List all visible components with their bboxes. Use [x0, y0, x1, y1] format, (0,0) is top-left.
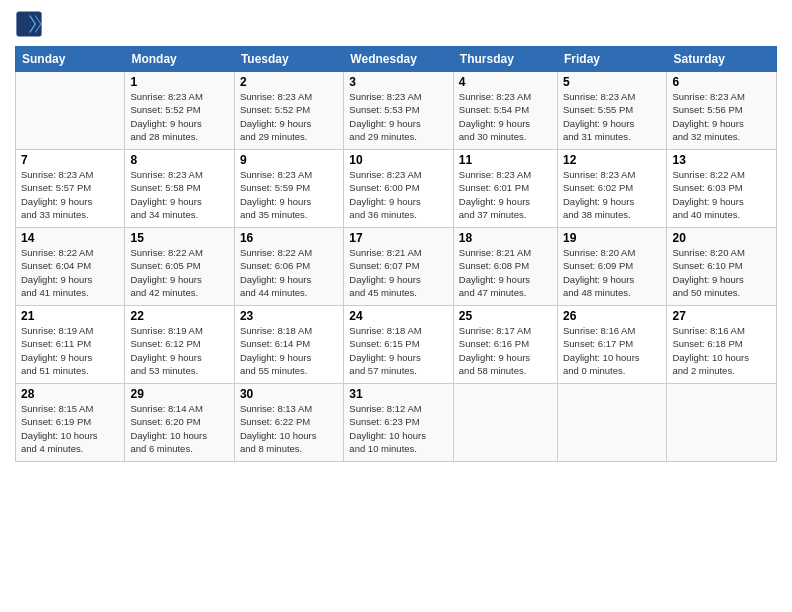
- col-header-sunday: Sunday: [16, 47, 125, 72]
- day-info: Sunrise: 8:23 AM Sunset: 5:57 PM Dayligh…: [21, 168, 119, 221]
- day-info: Sunrise: 8:19 AM Sunset: 6:11 PM Dayligh…: [21, 324, 119, 377]
- day-cell: 29Sunrise: 8:14 AM Sunset: 6:20 PM Dayli…: [125, 384, 234, 462]
- day-cell: 25Sunrise: 8:17 AM Sunset: 6:16 PM Dayli…: [453, 306, 557, 384]
- col-header-monday: Monday: [125, 47, 234, 72]
- day-cell: [16, 72, 125, 150]
- day-info: Sunrise: 8:15 AM Sunset: 6:19 PM Dayligh…: [21, 402, 119, 455]
- day-number: 2: [240, 75, 338, 89]
- day-cell: 5Sunrise: 8:23 AM Sunset: 5:55 PM Daylig…: [558, 72, 667, 150]
- week-row-2: 7Sunrise: 8:23 AM Sunset: 5:57 PM Daylig…: [16, 150, 777, 228]
- day-info: Sunrise: 8:23 AM Sunset: 5:54 PM Dayligh…: [459, 90, 552, 143]
- day-info: Sunrise: 8:23 AM Sunset: 5:56 PM Dayligh…: [672, 90, 771, 143]
- day-info: Sunrise: 8:23 AM Sunset: 5:59 PM Dayligh…: [240, 168, 338, 221]
- svg-rect-0: [16, 11, 41, 36]
- day-cell: 24Sunrise: 8:18 AM Sunset: 6:15 PM Dayli…: [344, 306, 453, 384]
- day-info: Sunrise: 8:22 AM Sunset: 6:03 PM Dayligh…: [672, 168, 771, 221]
- col-header-tuesday: Tuesday: [234, 47, 343, 72]
- day-number: 9: [240, 153, 338, 167]
- col-header-thursday: Thursday: [453, 47, 557, 72]
- day-number: 24: [349, 309, 447, 323]
- day-number: 7: [21, 153, 119, 167]
- day-number: 19: [563, 231, 661, 245]
- day-cell: 16Sunrise: 8:22 AM Sunset: 6:06 PM Dayli…: [234, 228, 343, 306]
- day-number: 18: [459, 231, 552, 245]
- day-number: 21: [21, 309, 119, 323]
- day-number: 10: [349, 153, 447, 167]
- week-row-5: 28Sunrise: 8:15 AM Sunset: 6:19 PM Dayli…: [16, 384, 777, 462]
- day-number: 16: [240, 231, 338, 245]
- day-number: 15: [130, 231, 228, 245]
- day-cell: [558, 384, 667, 462]
- day-cell: 27Sunrise: 8:16 AM Sunset: 6:18 PM Dayli…: [667, 306, 777, 384]
- day-cell: 19Sunrise: 8:20 AM Sunset: 6:09 PM Dayli…: [558, 228, 667, 306]
- day-cell: 6Sunrise: 8:23 AM Sunset: 5:56 PM Daylig…: [667, 72, 777, 150]
- day-number: 4: [459, 75, 552, 89]
- day-number: 28: [21, 387, 119, 401]
- day-cell: 17Sunrise: 8:21 AM Sunset: 6:07 PM Dayli…: [344, 228, 453, 306]
- day-number: 13: [672, 153, 771, 167]
- day-number: 5: [563, 75, 661, 89]
- day-info: Sunrise: 8:20 AM Sunset: 6:09 PM Dayligh…: [563, 246, 661, 299]
- day-info: Sunrise: 8:23 AM Sunset: 6:00 PM Dayligh…: [349, 168, 447, 221]
- day-info: Sunrise: 8:18 AM Sunset: 6:14 PM Dayligh…: [240, 324, 338, 377]
- day-info: Sunrise: 8:22 AM Sunset: 6:05 PM Dayligh…: [130, 246, 228, 299]
- day-number: 8: [130, 153, 228, 167]
- day-number: 20: [672, 231, 771, 245]
- day-number: 31: [349, 387, 447, 401]
- day-number: 26: [563, 309, 661, 323]
- col-header-saturday: Saturday: [667, 47, 777, 72]
- day-cell: 31Sunrise: 8:12 AM Sunset: 6:23 PM Dayli…: [344, 384, 453, 462]
- day-cell: [667, 384, 777, 462]
- day-info: Sunrise: 8:12 AM Sunset: 6:23 PM Dayligh…: [349, 402, 447, 455]
- day-number: 3: [349, 75, 447, 89]
- day-cell: 4Sunrise: 8:23 AM Sunset: 5:54 PM Daylig…: [453, 72, 557, 150]
- day-info: Sunrise: 8:23 AM Sunset: 5:58 PM Dayligh…: [130, 168, 228, 221]
- day-number: 22: [130, 309, 228, 323]
- day-info: Sunrise: 8:23 AM Sunset: 6:01 PM Dayligh…: [459, 168, 552, 221]
- header: [15, 10, 777, 38]
- day-cell: 30Sunrise: 8:13 AM Sunset: 6:22 PM Dayli…: [234, 384, 343, 462]
- day-number: 27: [672, 309, 771, 323]
- day-info: Sunrise: 8:21 AM Sunset: 6:07 PM Dayligh…: [349, 246, 447, 299]
- day-info: Sunrise: 8:18 AM Sunset: 6:15 PM Dayligh…: [349, 324, 447, 377]
- day-number: 17: [349, 231, 447, 245]
- day-info: Sunrise: 8:23 AM Sunset: 5:53 PM Dayligh…: [349, 90, 447, 143]
- day-info: Sunrise: 8:19 AM Sunset: 6:12 PM Dayligh…: [130, 324, 228, 377]
- day-info: Sunrise: 8:22 AM Sunset: 6:04 PM Dayligh…: [21, 246, 119, 299]
- day-cell: 7Sunrise: 8:23 AM Sunset: 5:57 PM Daylig…: [16, 150, 125, 228]
- day-info: Sunrise: 8:17 AM Sunset: 6:16 PM Dayligh…: [459, 324, 552, 377]
- day-cell: 1Sunrise: 8:23 AM Sunset: 5:52 PM Daylig…: [125, 72, 234, 150]
- day-cell: 13Sunrise: 8:22 AM Sunset: 6:03 PM Dayli…: [667, 150, 777, 228]
- day-cell: 12Sunrise: 8:23 AM Sunset: 6:02 PM Dayli…: [558, 150, 667, 228]
- day-cell: 9Sunrise: 8:23 AM Sunset: 5:59 PM Daylig…: [234, 150, 343, 228]
- day-info: Sunrise: 8:16 AM Sunset: 6:17 PM Dayligh…: [563, 324, 661, 377]
- day-cell: 26Sunrise: 8:16 AM Sunset: 6:17 PM Dayli…: [558, 306, 667, 384]
- day-cell: [453, 384, 557, 462]
- day-cell: 3Sunrise: 8:23 AM Sunset: 5:53 PM Daylig…: [344, 72, 453, 150]
- day-number: 23: [240, 309, 338, 323]
- week-row-4: 21Sunrise: 8:19 AM Sunset: 6:11 PM Dayli…: [16, 306, 777, 384]
- day-info: Sunrise: 8:20 AM Sunset: 6:10 PM Dayligh…: [672, 246, 771, 299]
- day-info: Sunrise: 8:23 AM Sunset: 5:52 PM Dayligh…: [240, 90, 338, 143]
- day-info: Sunrise: 8:14 AM Sunset: 6:20 PM Dayligh…: [130, 402, 228, 455]
- day-cell: 10Sunrise: 8:23 AM Sunset: 6:00 PM Dayli…: [344, 150, 453, 228]
- day-cell: 11Sunrise: 8:23 AM Sunset: 6:01 PM Dayli…: [453, 150, 557, 228]
- week-row-1: 1Sunrise: 8:23 AM Sunset: 5:52 PM Daylig…: [16, 72, 777, 150]
- day-info: Sunrise: 8:23 AM Sunset: 6:02 PM Dayligh…: [563, 168, 661, 221]
- day-number: 12: [563, 153, 661, 167]
- day-number: 14: [21, 231, 119, 245]
- day-number: 1: [130, 75, 228, 89]
- calendar-table: SundayMondayTuesdayWednesdayThursdayFrid…: [15, 46, 777, 462]
- col-header-wednesday: Wednesday: [344, 47, 453, 72]
- day-info: Sunrise: 8:23 AM Sunset: 5:52 PM Dayligh…: [130, 90, 228, 143]
- day-cell: 28Sunrise: 8:15 AM Sunset: 6:19 PM Dayli…: [16, 384, 125, 462]
- day-number: 6: [672, 75, 771, 89]
- day-cell: 2Sunrise: 8:23 AM Sunset: 5:52 PM Daylig…: [234, 72, 343, 150]
- day-cell: 20Sunrise: 8:20 AM Sunset: 6:10 PM Dayli…: [667, 228, 777, 306]
- day-cell: 15Sunrise: 8:22 AM Sunset: 6:05 PM Dayli…: [125, 228, 234, 306]
- day-cell: 8Sunrise: 8:23 AM Sunset: 5:58 PM Daylig…: [125, 150, 234, 228]
- day-cell: 23Sunrise: 8:18 AM Sunset: 6:14 PM Dayli…: [234, 306, 343, 384]
- week-row-3: 14Sunrise: 8:22 AM Sunset: 6:04 PM Dayli…: [16, 228, 777, 306]
- day-info: Sunrise: 8:13 AM Sunset: 6:22 PM Dayligh…: [240, 402, 338, 455]
- day-cell: 18Sunrise: 8:21 AM Sunset: 6:08 PM Dayli…: [453, 228, 557, 306]
